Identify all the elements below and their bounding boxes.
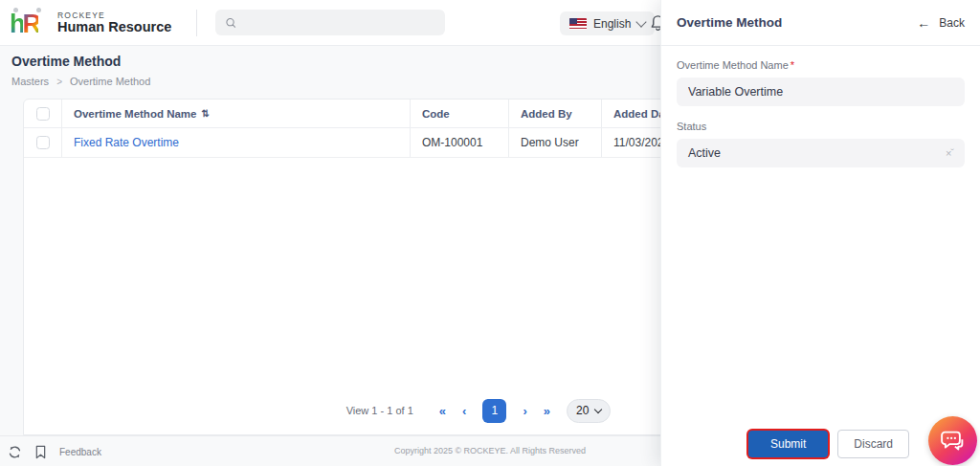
drawer-title: Overtime Method xyxy=(677,15,782,30)
status-select[interactable]: Active ×ˇ xyxy=(677,139,965,167)
page-size-select[interactable]: 20 xyxy=(567,399,611,423)
back-label: Back xyxy=(939,16,965,30)
select-all-checkbox[interactable] xyxy=(36,107,50,121)
language-selector[interactable]: English xyxy=(560,11,655,35)
status-selected-value: Active xyxy=(688,146,721,160)
brand-product: Human Resource xyxy=(57,20,171,34)
pagination-summary: View 1 - 1 of 1 xyxy=(346,405,413,416)
us-flag-icon xyxy=(569,18,587,30)
copyright-text: Copyright 2025 © ROCKEYE. All Rights Res… xyxy=(394,446,586,455)
discard-button[interactable]: Discard xyxy=(837,430,909,458)
bookmark-icon[interactable] xyxy=(34,445,47,459)
overtime-method-drawer: Overtime Method ← Back Overtime Method N… xyxy=(660,0,980,466)
row-checkbox-cell xyxy=(24,128,61,157)
row-name-link[interactable]: Fixed Rate Overtime xyxy=(61,128,410,157)
topbar-divider xyxy=(196,10,197,36)
global-search[interactable] xyxy=(215,10,445,35)
sort-icon[interactable]: ⇅ xyxy=(201,108,209,119)
current-page-button[interactable]: 1 xyxy=(482,399,506,423)
breadcrumb-separator-icon: > xyxy=(56,77,62,87)
search-input[interactable] xyxy=(245,15,435,31)
submit-button[interactable]: Submit xyxy=(748,431,828,457)
drawer-actions: Submit Discard xyxy=(748,430,909,458)
page-title: Overtime Method xyxy=(11,54,121,69)
language-label: English xyxy=(593,17,631,31)
back-arrow-icon: ← xyxy=(917,15,930,31)
prev-page-button[interactable]: ‹ xyxy=(462,404,466,418)
page-size-value: 20 xyxy=(576,404,589,417)
brand-logo[interactable]: hR ROCKEYE Human Resource xyxy=(10,7,171,39)
chevron-down-icon xyxy=(636,16,647,27)
breadcrumb-current: Overtime Method xyxy=(70,76,150,87)
last-page-button[interactable]: » xyxy=(544,404,550,418)
breadcrumb-parent[interactable]: Masters xyxy=(11,76,49,87)
header-checkbox-cell xyxy=(24,100,61,127)
refresh-icon[interactable] xyxy=(8,445,22,459)
column-header-code[interactable]: Code xyxy=(410,100,508,127)
clear-chevron-icon[interactable]: ×ˇ xyxy=(946,147,953,159)
chevron-down-icon xyxy=(594,406,602,413)
column-header-added-by[interactable]: Added By xyxy=(508,100,601,127)
breadcrumb: Masters > Overtime Method xyxy=(11,76,150,87)
row-code: OM-100001 xyxy=(410,128,508,157)
hr-logo-icon: hR xyxy=(10,7,50,39)
feedback-link[interactable]: Feedback xyxy=(59,447,101,457)
chat-bubble-icon xyxy=(939,427,968,455)
row-added-by: Demo User xyxy=(508,128,601,157)
back-button[interactable]: ← Back xyxy=(917,15,965,31)
column-header-name[interactable]: Overtime Method Name ⇅ xyxy=(61,100,410,127)
drawer-form: Overtime Method Name* Status Active ×ˇ xyxy=(661,46,980,167)
row-checkbox[interactable] xyxy=(36,136,50,149)
name-field-label: Overtime Method Name* xyxy=(677,59,965,71)
search-icon xyxy=(225,16,237,30)
first-page-button[interactable]: « xyxy=(439,404,446,418)
required-asterisk: * xyxy=(791,59,794,71)
overtime-method-name-input[interactable] xyxy=(677,78,965,106)
drawer-header: Overtime Method ← Back xyxy=(661,0,980,46)
support-chat-button[interactable] xyxy=(928,416,977,465)
status-field-label: Status xyxy=(677,121,965,132)
next-page-button[interactable]: › xyxy=(523,404,526,418)
